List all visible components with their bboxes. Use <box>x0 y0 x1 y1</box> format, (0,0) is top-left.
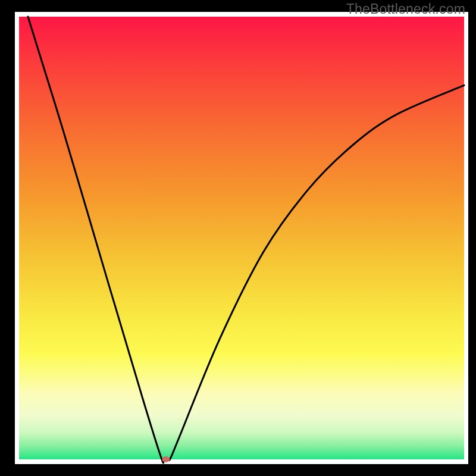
chart-svg <box>0 0 476 476</box>
chart-container: TheBottleneck.com <box>0 0 476 476</box>
optimal-point-marker <box>162 456 170 462</box>
plot-background <box>19 17 464 459</box>
watermark-text: TheBottleneck.com <box>346 1 465 17</box>
